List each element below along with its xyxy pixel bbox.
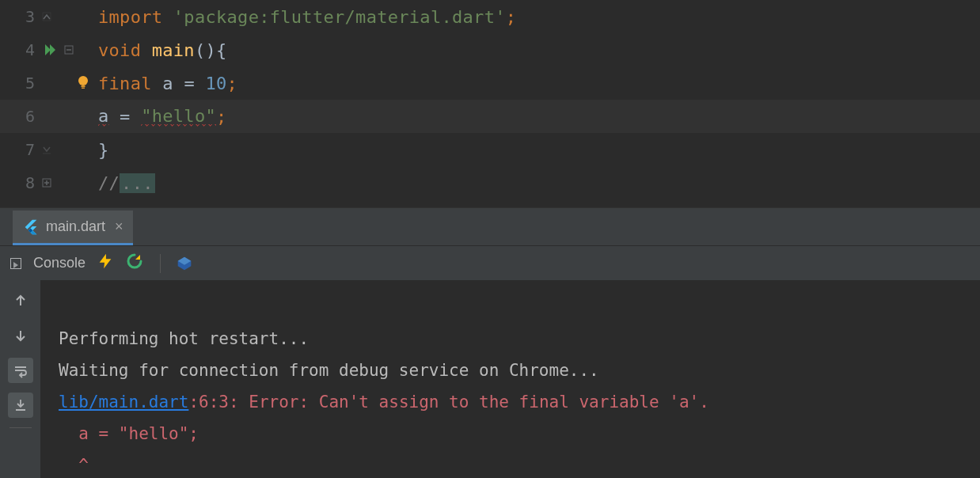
hot-restart-icon[interactable] <box>125 252 144 275</box>
fold-start-icon[interactable] <box>63 44 74 55</box>
error-file-link[interactable]: lib/main.dart <box>59 393 188 412</box>
equals: = <box>184 74 195 93</box>
semicolon: ; <box>227 74 238 93</box>
line-number: 8 <box>0 173 41 192</box>
console-toolbar: Console <box>0 245 980 280</box>
string-literal-error: "hello" <box>141 106 216 127</box>
code-line[interactable]: 5 final a = 10; <box>0 66 980 100</box>
console-left-toolbar <box>0 280 41 478</box>
fold-end-icon[interactable] <box>41 144 52 155</box>
number-literal: 10 <box>205 74 226 93</box>
parens: () <box>195 40 216 60</box>
code-line[interactable]: 8 //... <box>0 166 980 199</box>
svg-rect-0 <box>43 13 51 21</box>
line-number: 6 <box>0 107 41 126</box>
folded-placeholder[interactable]: ... <box>120 173 155 193</box>
fold-end-icon[interactable] <box>41 11 52 22</box>
console-area: Performing hot restart... Waiting for co… <box>0 280 980 478</box>
comment-slashes: // <box>98 173 120 193</box>
devtools-icon[interactable] <box>177 256 192 271</box>
hot-reload-icon[interactable] <box>97 252 114 274</box>
fold-expand-icon[interactable] <box>41 177 52 188</box>
line-number: 5 <box>0 74 41 93</box>
error-caret: ^ <box>59 456 89 475</box>
console-line: Performing hot restart... <box>59 329 309 348</box>
intention-bulb-icon[interactable] <box>74 74 92 92</box>
scroll-to-end-button[interactable] <box>8 393 33 418</box>
scroll-down-button[interactable] <box>8 323 33 348</box>
equals: = <box>120 107 131 127</box>
run-tab-main-dart[interactable]: main.dart × <box>13 211 133 245</box>
close-icon[interactable]: × <box>112 218 123 235</box>
line-number: 3 <box>0 7 41 26</box>
semicolon: ; <box>506 7 517 27</box>
brace-close: } <box>98 140 109 160</box>
toolbar-divider <box>9 427 32 428</box>
line-number: 4 <box>0 40 41 59</box>
keyword-import: import <box>98 7 162 27</box>
run-tab-label: main.dart <box>46 218 105 235</box>
console-line: Waiting for connection from debug servic… <box>59 361 599 380</box>
keyword-void: void <box>98 40 141 60</box>
run-tab-bar: main.dart × <box>0 207 980 245</box>
semicolon: ; <box>216 107 227 127</box>
toolbar-divider <box>160 254 161 273</box>
code-line[interactable]: 4 void main () { <box>0 33 980 66</box>
brace-open: { <box>216 40 227 60</box>
identifier-main: main <box>152 40 195 60</box>
keyword-final: final <box>98 74 152 93</box>
string-literal: 'package:flutter/material.dart' <box>173 7 506 27</box>
run-gutter-icon[interactable] <box>41 41 59 59</box>
soft-wrap-button[interactable] <box>8 358 33 383</box>
identifier-a-error: a <box>98 106 109 127</box>
scroll-up-button[interactable] <box>8 288 33 313</box>
console-title: Console <box>33 255 85 271</box>
line-number: 7 <box>0 140 41 159</box>
code-line[interactable]: 7 } <box>0 133 980 166</box>
flutter-icon <box>22 218 40 236</box>
code-line[interactable]: 3 import 'package:flutter/material.dart'… <box>0 0 980 33</box>
code-editor[interactable]: 3 import 'package:flutter/material.dart'… <box>0 0 980 207</box>
svg-rect-5 <box>82 88 85 89</box>
console-output[interactable]: Performing hot restart... Waiting for co… <box>41 280 980 478</box>
error-code-line: a = "hello"; <box>59 424 199 443</box>
svg-rect-4 <box>82 85 85 87</box>
code-line-current[interactable]: 6 a = "hello"; <box>0 100 980 133</box>
identifier-a: a <box>162 74 173 93</box>
error-message: :6:3: Error: Can't assign to the final v… <box>188 393 708 412</box>
show-console-icon[interactable] <box>9 257 22 270</box>
svg-point-3 <box>78 76 88 85</box>
